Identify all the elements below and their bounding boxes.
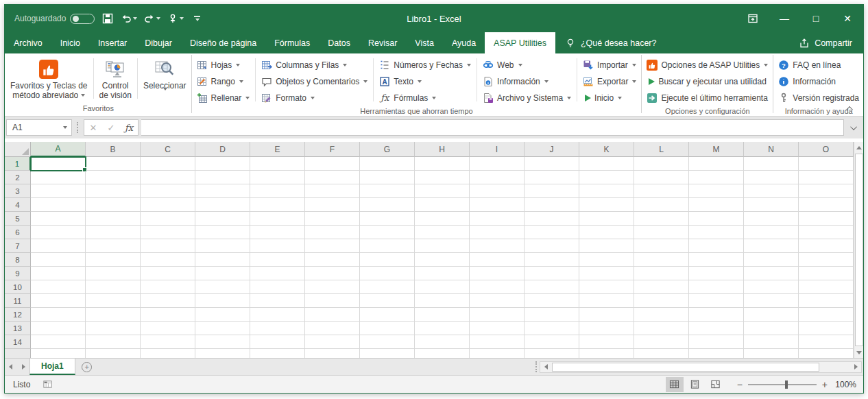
- cell-d9[interactable]: [195, 267, 250, 280]
- cell-c5[interactable]: [141, 212, 195, 226]
- cell-o13[interactable]: [799, 322, 854, 335]
- cell-i8[interactable]: [470, 253, 525, 267]
- cell-k6[interactable]: [579, 226, 634, 239]
- menu-inicio[interactable]: Inicio: [580, 90, 639, 106]
- page-break-view-button[interactable]: [707, 377, 725, 392]
- cell-m5[interactable]: [689, 212, 744, 226]
- cell-o14[interactable]: [799, 335, 854, 349]
- cell-h10[interactable]: [415, 280, 470, 294]
- cell-j11[interactable]: [525, 294, 579, 308]
- cell-e5[interactable]: [250, 212, 305, 226]
- cell-f5[interactable]: [305, 212, 360, 226]
- sheet-tab-hoja1[interactable]: Hoja1: [29, 359, 75, 375]
- cell-g14[interactable]: [360, 335, 415, 349]
- cell-o1[interactable]: [799, 157, 854, 171]
- row-header-10[interactable]: 10: [5, 280, 31, 294]
- column-header-m[interactable]: M: [689, 142, 744, 157]
- cell-j4[interactable]: [525, 198, 579, 212]
- redo-button[interactable]: [144, 10, 160, 27]
- menu-columnas-filas[interactable]: Columnas y Filas: [258, 57, 370, 73]
- cell-partial[interactable]: [31, 349, 86, 358]
- cell-partial[interactable]: [86, 349, 141, 358]
- column-header-k[interactable]: K: [579, 142, 634, 157]
- cell-g5[interactable]: [360, 212, 415, 226]
- cell-n8[interactable]: [744, 253, 799, 267]
- cell-h4[interactable]: [415, 198, 470, 212]
- cell-d11[interactable]: [195, 294, 250, 308]
- cell-g11[interactable]: [360, 294, 415, 308]
- cell-n10[interactable]: [744, 280, 799, 294]
- cell-o12[interactable]: [799, 308, 854, 322]
- menu-web[interactable]: Web: [480, 57, 574, 73]
- cell-e9[interactable]: [250, 267, 305, 280]
- cell-m10[interactable]: [689, 280, 744, 294]
- cell-m12[interactable]: [689, 308, 744, 322]
- cell-a6[interactable]: [31, 226, 86, 239]
- autosave-toggle[interactable]: Autoguardado: [14, 14, 95, 24]
- cell-b14[interactable]: [86, 335, 141, 349]
- cell-n9[interactable]: [744, 267, 799, 280]
- cell-i2[interactable]: [470, 171, 525, 184]
- column-header-f[interactable]: F: [305, 142, 360, 157]
- cell-a1[interactable]: [31, 157, 86, 171]
- macro-record-icon[interactable]: [43, 379, 53, 390]
- cell-a3[interactable]: [31, 184, 86, 198]
- cell-h12[interactable]: [415, 308, 470, 322]
- cell-d2[interactable]: [195, 171, 250, 184]
- cell-e13[interactable]: [250, 322, 305, 335]
- cell-d7[interactable]: [195, 239, 250, 253]
- cell-b11[interactable]: [86, 294, 141, 308]
- cell-partial[interactable]: [634, 349, 689, 358]
- column-header-g[interactable]: G: [360, 142, 415, 157]
- cell-m14[interactable]: [689, 335, 744, 349]
- new-sheet-button[interactable]: +: [75, 359, 99, 375]
- cell-l3[interactable]: [634, 184, 689, 198]
- undo-dropdown-icon[interactable]: [133, 17, 137, 20]
- page-layout-view-button[interactable]: [686, 377, 704, 392]
- menu-informacion[interactable]: Información: [480, 73, 574, 89]
- cell-e12[interactable]: [250, 308, 305, 322]
- customize-quick-access-button[interactable]: [191, 10, 203, 27]
- cell-g1[interactable]: [360, 157, 415, 171]
- cell-k2[interactable]: [579, 171, 634, 184]
- cell-j5[interactable]: [525, 212, 579, 226]
- cell-o10[interactable]: [799, 280, 854, 294]
- cell-b2[interactable]: [86, 171, 141, 184]
- cell-a2[interactable]: [31, 171, 86, 184]
- cell-c13[interactable]: [141, 322, 195, 335]
- column-header-n[interactable]: N: [744, 142, 799, 157]
- cell-j3[interactable]: [525, 184, 579, 198]
- cell-a14[interactable]: [31, 335, 86, 349]
- cell-i7[interactable]: [470, 239, 525, 253]
- cell-d14[interactable]: [195, 335, 250, 349]
- tab-asap-utilities[interactable]: ASAP Utilities: [485, 32, 555, 53]
- cell-f10[interactable]: [305, 280, 360, 294]
- cell-n3[interactable]: [744, 184, 799, 198]
- cell-n13[interactable]: [744, 322, 799, 335]
- cell-g7[interactable]: [360, 239, 415, 253]
- cell-n1[interactable]: [744, 157, 799, 171]
- cell-d13[interactable]: [195, 322, 250, 335]
- cell-c1[interactable]: [141, 157, 195, 171]
- cell-g8[interactable]: [360, 253, 415, 267]
- cell-k13[interactable]: [579, 322, 634, 335]
- cell-l2[interactable]: [634, 171, 689, 184]
- cell-d4[interactable]: [195, 198, 250, 212]
- cell-partial[interactable]: [141, 349, 195, 358]
- tab-vista[interactable]: Vista: [406, 32, 443, 53]
- cell-o4[interactable]: [799, 198, 854, 212]
- cell-k1[interactable]: [579, 157, 634, 171]
- control-de-vision-button[interactable]: Control de visión: [95, 56, 136, 104]
- scroll-up-button[interactable]: [854, 142, 864, 153]
- cell-o5[interactable]: [799, 212, 854, 226]
- cell-h1[interactable]: [415, 157, 470, 171]
- cell-k8[interactable]: [579, 253, 634, 267]
- touch-mode-dropdown-icon[interactable]: [180, 17, 184, 20]
- cell-f12[interactable]: [305, 308, 360, 322]
- cell-g12[interactable]: [360, 308, 415, 322]
- cell-o7[interactable]: [799, 239, 854, 253]
- zoom-in-button[interactable]: +: [822, 379, 828, 390]
- close-button[interactable]: ✕: [832, 5, 863, 32]
- enter-button[interactable]: ✓: [102, 120, 120, 135]
- cell-c9[interactable]: [141, 267, 195, 280]
